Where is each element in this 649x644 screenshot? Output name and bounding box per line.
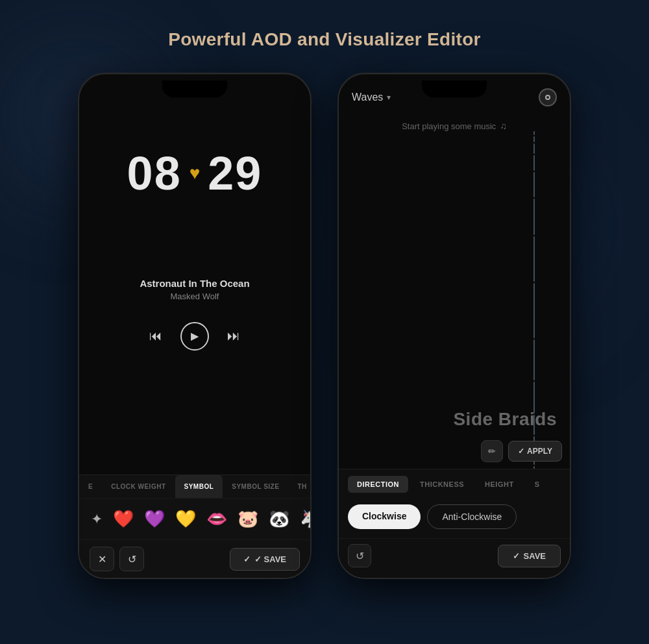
left-phone: 08 ♥ 29 Astronaut In The Ocean Masked Wo… [78,73,312,579]
prev-button[interactable]: ⏮ [149,328,162,343]
wave-line [533,143,535,153]
save-checkmark: ✓ [243,554,251,564]
phones-container: 08 ♥ 29 Astronaut In The Ocean Masked Wo… [0,73,649,579]
right-phone: Waves ▾ Start playing some music ♫ [337,73,571,579]
play-button[interactable]: ▶ [180,322,209,351]
wave-line [533,199,535,235]
tab-th[interactable]: TH [288,475,310,498]
tab-direction[interactable]: DIRECTION [348,476,408,493]
left-bottom-panel: E CLOCK WEIGHT SYMBOL SYMBOL SIZE TH ✦ ❤… [79,475,310,578]
direction-tabs-row: DIRECTION THICKNESS HEIGHT S [339,469,570,498]
apply-checkmark: ✓ [518,447,524,456]
apply-row: ✏ ✓ APPLY [481,440,562,462]
tab-symbol[interactable]: SYMBOL [175,475,223,498]
symbol-diamond[interactable]: ✦ [91,511,103,528]
visualizer-area: Side Braids ✏ ✓ APPLY [339,131,570,469]
settings-dot-icon [545,95,550,100]
save-label: ✓ SAVE [254,554,286,564]
clockwise-button[interactable]: Clockwise [348,504,421,529]
direction-buttons: Clockwise Anti-Clockwise [339,498,570,538]
right-save-label: SAVE [524,551,546,561]
right-phone-notch [422,80,487,97]
apply-label: APPLY [527,447,552,456]
waves-dropdown[interactable]: Waves ▾ [352,92,391,103]
wave-line [533,466,535,469]
artist-name: Masked Wolf [140,291,249,301]
settings-button[interactable] [539,88,557,106]
visualizer-title: Side Braids [453,409,557,430]
symbol-unicorn[interactable]: 🦄 [300,509,312,529]
tab-thickness[interactable]: THICKNESS [411,476,473,493]
reset-button[interactable]: ↺ [119,547,144,571]
right-bottom-actions: ↺ ✓ SAVE [339,538,570,578]
right-bottom-panel: DIRECTION THICKNESS HEIGHT S Clockwise A… [339,469,570,578]
edit-button[interactable]: ✏ [481,440,503,462]
music-note-icon: ♫ [500,121,507,131]
music-prompt-text: Start playing some music [402,121,496,131]
waves-label: Waves [352,92,383,103]
wave-line [533,236,535,282]
wave-line [533,136,535,143]
music-info: Astronaut In The Ocean Masked Wolf [140,278,249,301]
right-reset-button[interactable]: ↺ [348,544,371,567]
tab-e[interactable]: E [79,475,102,498]
tab-s[interactable]: S [526,476,549,493]
symbol-pig[interactable]: 🐷 [238,509,258,529]
apply-button[interactable]: ✓ APPLY [508,441,562,462]
clock-hours: 08 [127,147,182,200]
close-button[interactable]: ✕ [90,547,114,571]
page-title: Powerful AOD and Visualizer Editor [0,0,649,73]
wave-line [533,131,535,135]
wave-line [533,155,535,171]
tab-symbol-size[interactable]: SYMBOL SIZE [223,475,288,498]
save-button[interactable]: ✓ ✓ SAVE [230,548,300,571]
symbol-yellow-heart[interactable]: 💛 [175,509,196,529]
track-name: Astronaut In The Ocean [140,278,249,289]
left-bottom-actions: ✕ ↺ ✓ ✓ SAVE [79,539,310,578]
wave-line [533,172,535,197]
clock-heart-symbol: ♥ [190,163,201,184]
clock-minutes: 29 [208,147,262,200]
clock-area: 08 ♥ 29 Astronaut In The Ocean Masked Wo… [79,74,310,475]
music-prompt: Start playing some music ♫ [339,116,570,131]
symbol-purple-heart[interactable]: 💜 [144,509,165,529]
symbol-panda[interactable]: 🐼 [269,509,289,529]
music-controls: ⏮ ▶ ⏭ [149,322,240,351]
tab-clock-weight[interactable]: CLOCK WEIGHT [102,475,175,498]
clock-display: 08 ♥ 29 [127,147,263,200]
chevron-down-icon: ▾ [387,93,391,102]
wave-line [533,283,535,338]
right-save-button[interactable]: ✓ SAVE [498,545,561,567]
tab-height[interactable]: HEIGHT [476,476,523,493]
anti-clockwise-button[interactable]: Anti-Clockwise [427,504,517,529]
wave-line [533,340,535,380]
symbols-row: ✦ ❤️ 💜 💛 👄 🐷 🐼 🦄 [79,499,310,539]
left-phone-notch [162,80,227,97]
right-save-checkmark: ✓ [513,551,520,561]
symbol-lips[interactable]: 👄 [206,509,227,529]
editor-tabs-row: E CLOCK WEIGHT SYMBOL SYMBOL SIZE TH [79,475,310,499]
next-button[interactable]: ⏭ [227,328,240,343]
symbol-red-heart[interactable]: ❤️ [113,509,134,529]
